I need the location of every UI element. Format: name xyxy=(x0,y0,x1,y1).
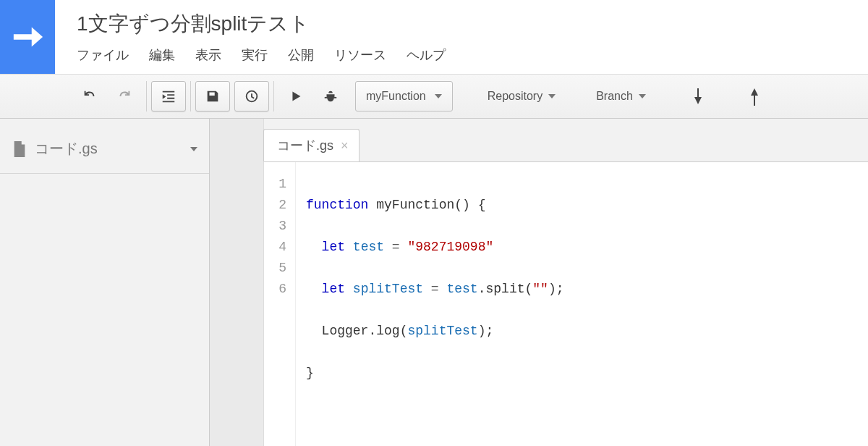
history-button[interactable] xyxy=(234,81,269,112)
file-name: コード.gs xyxy=(35,139,98,159)
arrow-up-icon xyxy=(751,88,758,96)
undo-icon xyxy=(82,88,98,104)
header-content: 1文字ずつ分割splitテスト ファイル 編集 表示 実行 公開 リソース ヘル… xyxy=(55,0,868,64)
indent-icon xyxy=(161,88,176,104)
line-number: 6 xyxy=(264,279,286,300)
code-line: function myFunction() { xyxy=(306,195,564,216)
menu-resources[interactable]: リソース xyxy=(334,46,386,64)
code-line xyxy=(306,405,564,426)
code-line: Logger.log(splitTest); xyxy=(306,321,564,342)
menu-view[interactable]: 表示 xyxy=(195,46,221,64)
sidebar-divider xyxy=(0,173,209,174)
tab-label: コード.gs xyxy=(277,137,333,154)
indent-button[interactable] xyxy=(151,81,186,112)
undo-button[interactable] xyxy=(72,81,107,112)
close-icon[interactable]: × xyxy=(341,139,349,152)
code-line: } xyxy=(306,363,564,384)
bug-icon xyxy=(323,88,339,104)
line-number: 4 xyxy=(264,237,286,258)
file-sidebar: コード.gs xyxy=(0,119,210,446)
main-area: コード.gs コード.gs × 1 2 3 4 5 6 xyxy=(0,119,868,446)
line-number: 3 xyxy=(264,216,286,237)
arrow-down-icon xyxy=(694,97,702,104)
chevron-down-icon xyxy=(435,94,442,98)
line-numbers: 1 2 3 4 5 6 xyxy=(264,162,296,446)
redo-button[interactable] xyxy=(107,81,142,112)
line-number: 2 xyxy=(264,195,286,216)
push-button[interactable] xyxy=(737,81,772,112)
code-editor[interactable]: 1 2 3 4 5 6 function myFunction() { let … xyxy=(264,161,868,446)
repository-dropdown[interactable]: Repository xyxy=(475,81,569,112)
code-line: let test = "982719098" xyxy=(306,237,564,258)
run-button[interactable] xyxy=(278,81,313,112)
arrow-stem xyxy=(754,96,755,106)
chevron-down-icon xyxy=(548,94,556,98)
toolbar-separator xyxy=(273,81,274,112)
project-title[interactable]: 1文字ずつ分割splitテスト xyxy=(77,10,868,38)
editor-panel: コード.gs × 1 2 3 4 5 6 function myFunction… xyxy=(264,119,868,446)
function-select[interactable]: myFunction xyxy=(355,81,453,112)
menu-bar: ファイル 編集 表示 実行 公開 リソース ヘルプ xyxy=(77,46,868,64)
code-content[interactable]: function myFunction() { let test = "9827… xyxy=(296,162,564,446)
chevron-down-icon xyxy=(639,94,646,98)
app-header: 1文字ずつ分割splitテスト ファイル 編集 表示 実行 公開 リソース ヘル… xyxy=(0,0,868,74)
menu-publish[interactable]: 公開 xyxy=(288,46,314,64)
editor-tab[interactable]: コード.gs × xyxy=(263,129,359,161)
menu-file[interactable]: ファイル xyxy=(77,46,129,64)
code-line: let splitTest = test.split(""); xyxy=(306,279,564,300)
pull-button[interactable] xyxy=(681,81,715,112)
chevron-down-icon xyxy=(190,147,197,151)
menu-run[interactable]: 実行 xyxy=(242,46,268,64)
arrow-right-icon xyxy=(11,20,44,54)
menu-help[interactable]: ヘルプ xyxy=(407,46,446,64)
branch-label: Branch xyxy=(596,90,633,103)
line-number: 5 xyxy=(264,258,286,279)
menu-edit[interactable]: 編集 xyxy=(149,46,175,64)
toolbar-separator xyxy=(146,81,147,112)
editor-gutter-strip xyxy=(210,119,264,446)
play-icon xyxy=(288,88,304,104)
debug-button[interactable] xyxy=(313,81,348,112)
toolbar: myFunction Repository Branch xyxy=(0,74,868,119)
editor-wrap: コード.gs × 1 2 3 4 5 6 function myFunction… xyxy=(210,119,868,446)
line-number: 1 xyxy=(264,174,286,195)
function-select-label: myFunction xyxy=(366,90,426,103)
branch-dropdown[interactable]: Branch xyxy=(583,81,659,112)
redo-icon xyxy=(116,88,132,104)
clock-icon xyxy=(244,88,260,104)
save-icon xyxy=(205,88,221,104)
file-icon xyxy=(12,140,27,159)
editor-tabbar: コード.gs × xyxy=(263,129,868,161)
file-item[interactable]: コード.gs xyxy=(0,132,209,166)
save-button[interactable] xyxy=(195,81,230,112)
repository-label: Repository xyxy=(488,90,542,103)
toolbar-separator xyxy=(190,81,191,112)
app-logo xyxy=(0,0,55,74)
